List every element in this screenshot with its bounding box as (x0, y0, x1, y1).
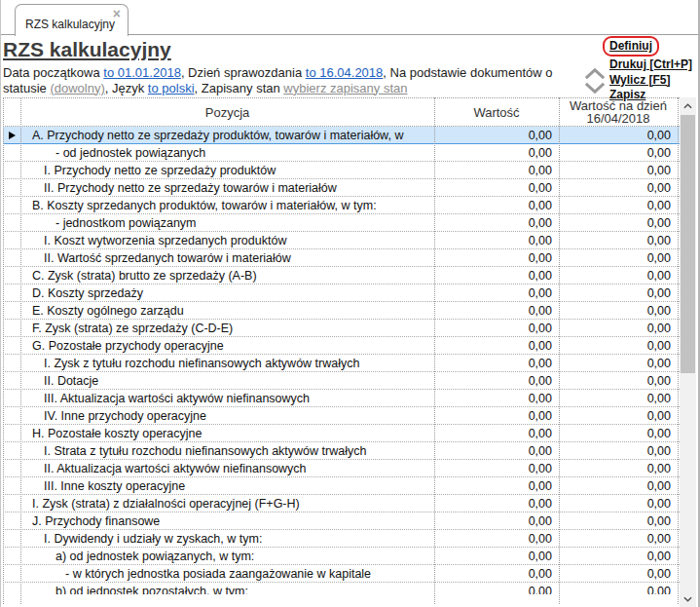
row-selector-cell[interactable] (3, 302, 20, 319)
column-header-wartosc-na-dzien[interactable]: Wartość na dzień16/04/2018 (559, 99, 678, 126)
row-label-cell[interactable]: b) od jednostek pozostałych, w tym: (20, 583, 434, 594)
row-label-cell[interactable]: E. Koszty ogólnego zarządu (20, 302, 434, 319)
row-selector-cell[interactable] (3, 390, 20, 406)
row-value-cell[interactable]: 0,00 (434, 390, 559, 406)
table-row[interactable]: H. Pozostałe koszty operacyjne 0,00 0,00 (3, 425, 680, 442)
table-row[interactable]: II. Dotacje 0,00 0,00 (3, 372, 680, 390)
document-status-link[interactable]: (dowolny) (50, 81, 104, 95)
table-row[interactable]: J. Przychody finansowe 0,00 0,00 (3, 512, 680, 530)
table-row[interactable]: - jednostkom powiązanym 0,00 0,00 (3, 214, 680, 232)
row-value-cell[interactable]: 0,00 (434, 512, 559, 529)
row-value-on-day-cell[interactable]: 0,00 (559, 127, 678, 143)
row-selector-cell[interactable] (3, 530, 20, 547)
row-label-cell[interactable]: I. Strata z tytułu rozchodu niefinansowy… (20, 442, 434, 459)
row-value-cell[interactable]: 0,00 (434, 179, 559, 196)
row-value-cell[interactable]: 0,00 (434, 495, 559, 512)
table-row[interactable]: b) od jednostek pozostałych, w tym: 0,00… (3, 583, 680, 594)
row-selector-cell[interactable] (3, 249, 20, 266)
table-row[interactable]: I. Koszt wytworzenia sprzedanych produkt… (3, 232, 680, 249)
row-value-on-day-cell[interactable]: 0,00 (559, 232, 678, 248)
table-row[interactable]: a) od jednostek powiązanych, w tym: 0,00… (3, 548, 680, 565)
row-value-cell[interactable]: 0,00 (434, 355, 559, 371)
row-value-on-day-cell[interactable]: 0,00 (559, 355, 678, 371)
row-value-on-day-cell[interactable]: 0,00 (559, 162, 678, 178)
row-selector-cell[interactable] (3, 337, 20, 354)
row-value-on-day-cell[interactable]: 0,00 (559, 302, 678, 319)
row-value-cell[interactable]: 0,00 (434, 127, 559, 143)
drukuj-button[interactable]: Drukuj [Ctrl+P] (609, 57, 692, 72)
row-selector-cell[interactable] (3, 372, 20, 389)
chevron-down-icon[interactable] (584, 82, 606, 95)
row-value-cell[interactable]: 0,00 (434, 460, 559, 476)
row-label-cell[interactable]: I. Dywidendy i udziały w zyskach, w tym: (20, 530, 434, 547)
row-selector-cell[interactable] (3, 355, 20, 371)
row-value-cell[interactable]: 0,00 (434, 249, 559, 266)
table-row[interactable]: II. Aktualizacja wartości aktywów niefin… (3, 460, 680, 477)
row-value-cell[interactable]: 0,00 (434, 407, 559, 424)
row-label-cell[interactable]: C. Zysk (strata) brutto ze sprzedaży (A-… (20, 267, 434, 284)
table-row[interactable]: II. Przychody netto ze sprzedaży towarów… (3, 179, 680, 197)
row-value-cell[interactable]: 0,00 (434, 162, 559, 178)
table-row[interactable]: III. Aktualizacja wartości aktywów niefi… (3, 390, 680, 407)
column-header-pozycja[interactable]: Pozycja (20, 105, 434, 120)
row-label-cell[interactable]: - w których jednostka posiada zaangażowa… (20, 565, 434, 582)
row-selector-cell[interactable] (3, 144, 20, 161)
row-value-on-day-cell[interactable]: 0,00 (559, 565, 678, 582)
row-label-cell[interactable]: F. Zysk (strata) ze sprzedaży (C-D-E) (20, 320, 434, 336)
row-selector-cell[interactable] (3, 583, 20, 594)
table-row[interactable]: D. Koszty sprzedaży 0,00 0,00 (3, 285, 680, 302)
table-row[interactable]: II. Wartość sprzedanych towarów i materi… (3, 249, 680, 267)
row-label-cell[interactable]: - jednostkom powiązanym (20, 214, 434, 231)
table-row[interactable]: I. Dywidendy i udziały w zyskach, w tym:… (3, 530, 680, 548)
row-value-on-day-cell[interactable]: 0,00 (559, 249, 678, 266)
definiuj-button[interactable]: Definiuj (609, 39, 652, 54)
row-value-on-day-cell[interactable]: 0,00 (559, 267, 678, 284)
row-value-cell[interactable]: 0,00 (434, 372, 559, 389)
table-row[interactable]: III. Inne koszty operacyjne 0,00 0,00 (3, 477, 680, 495)
row-selector-cell[interactable] (3, 285, 20, 301)
language-link[interactable]: to polski (148, 81, 195, 95)
table-row[interactable]: - w których jednostka posiada zaangażowa… (3, 565, 680, 583)
saved-state-link[interactable]: wybierz zapisany stan (283, 81, 407, 95)
table-row[interactable]: A. Przychody netto ze sprzedaży produktó… (3, 127, 680, 144)
row-selector-cell[interactable] (3, 495, 20, 512)
row-value-cell[interactable]: 0,00 (434, 285, 559, 301)
row-selector-cell[interactable] (3, 565, 20, 582)
table-row[interactable]: I. Przychody netto ze sprzedaży produktó… (3, 162, 680, 179)
row-value-on-day-cell[interactable]: 0,00 (559, 548, 678, 564)
row-selector-cell[interactable] (3, 267, 20, 284)
row-value-cell[interactable]: 0,00 (434, 197, 559, 213)
table-row[interactable]: - od jednostek powiązanych 0,00 0,00 (3, 144, 680, 162)
row-value-on-day-cell[interactable]: 0,00 (559, 442, 678, 459)
row-selector-cell[interactable] (3, 232, 20, 248)
start-date-link[interactable]: to 01.01.2018 (103, 65, 181, 80)
row-value-cell[interactable]: 0,00 (434, 530, 559, 547)
row-label-cell[interactable]: IV. Inne przychody operacyjne (20, 407, 434, 424)
row-value-cell[interactable]: 0,00 (434, 302, 559, 319)
row-value-on-day-cell[interactable]: 0,00 (559, 285, 678, 301)
row-value-cell[interactable]: 0,00 (434, 144, 559, 161)
row-label-cell[interactable]: G. Pozostałe przychody operacyjne (20, 337, 434, 354)
row-value-on-day-cell[interactable]: 0,00 (559, 425, 678, 441)
chevron-up-icon[interactable] (584, 67, 606, 80)
column-header-wartosc[interactable]: Wartość (434, 105, 559, 120)
table-row[interactable]: B. Koszty sprzedanych produktów, towarów… (3, 197, 680, 214)
row-value-on-day-cell[interactable]: 0,00 (559, 407, 678, 424)
row-label-cell[interactable]: III. Aktualizacja wartości aktywów niefi… (20, 390, 434, 406)
table-row[interactable]: IV. Inne przychody operacyjne 0,00 0,00 (3, 407, 680, 425)
row-label-cell[interactable]: II. Aktualizacja wartości aktywów niefin… (20, 460, 434, 476)
row-value-cell[interactable]: 0,00 (434, 583, 559, 594)
row-selector-cell[interactable] (3, 179, 20, 196)
row-label-cell[interactable]: D. Koszty sprzedaży (20, 285, 434, 301)
table-row[interactable]: G. Pozostałe przychody operacyjne 0,00 0… (3, 337, 680, 355)
row-label-cell[interactable]: I. Przychody netto ze sprzedaży produktó… (20, 162, 434, 178)
row-label-cell[interactable]: I. Zysk z tytułu rozchodu niefinansowych… (20, 355, 434, 371)
row-value-on-day-cell[interactable]: 0,00 (559, 372, 678, 389)
row-value-cell[interactable]: 0,00 (434, 337, 559, 354)
row-value-cell[interactable]: 0,00 (434, 232, 559, 248)
row-selector-cell[interactable] (3, 425, 20, 441)
row-label-cell[interactable]: I. Koszt wytworzenia sprzedanych produkt… (20, 232, 434, 248)
row-label-cell[interactable]: II. Dotacje (20, 372, 434, 389)
row-value-cell[interactable]: 0,00 (434, 548, 559, 564)
row-value-on-day-cell[interactable]: 0,00 (559, 477, 678, 494)
